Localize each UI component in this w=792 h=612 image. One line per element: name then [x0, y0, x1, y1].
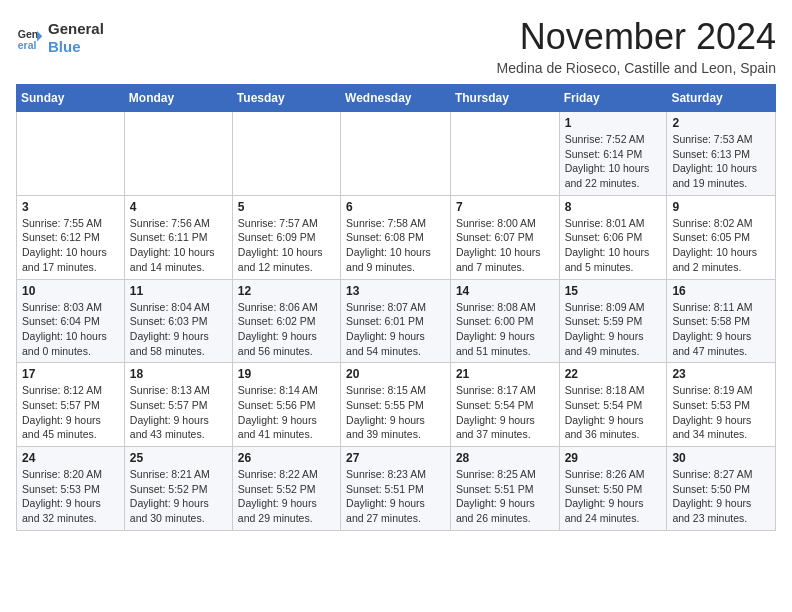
day-info: Sunrise: 8:18 AM Sunset: 5:54 PM Dayligh… [565, 383, 662, 442]
day-info: Sunrise: 8:25 AM Sunset: 5:51 PM Dayligh… [456, 467, 554, 526]
logo-text: General Blue [48, 20, 104, 56]
day-number: 3 [22, 200, 119, 214]
day-info: Sunrise: 8:17 AM Sunset: 5:54 PM Dayligh… [456, 383, 554, 442]
calendar-cell: 7Sunrise: 8:00 AM Sunset: 6:07 PM Daylig… [450, 195, 559, 279]
day-info: Sunrise: 7:55 AM Sunset: 6:12 PM Dayligh… [22, 216, 119, 275]
weekday-header-thursday: Thursday [450, 85, 559, 112]
day-info: Sunrise: 8:13 AM Sunset: 5:57 PM Dayligh… [130, 383, 227, 442]
weekday-header-sunday: Sunday [17, 85, 125, 112]
day-number: 6 [346, 200, 445, 214]
day-info: Sunrise: 8:08 AM Sunset: 6:00 PM Dayligh… [456, 300, 554, 359]
calendar-cell: 28Sunrise: 8:25 AM Sunset: 5:51 PM Dayli… [450, 447, 559, 531]
day-number: 8 [565, 200, 662, 214]
day-number: 10 [22, 284, 119, 298]
calendar-cell: 26Sunrise: 8:22 AM Sunset: 5:52 PM Dayli… [232, 447, 340, 531]
calendar-cell: 12Sunrise: 8:06 AM Sunset: 6:02 PM Dayli… [232, 279, 340, 363]
day-number: 12 [238, 284, 335, 298]
svg-text:eral: eral [18, 39, 37, 51]
day-info: Sunrise: 8:02 AM Sunset: 6:05 PM Dayligh… [672, 216, 770, 275]
calendar-cell: 29Sunrise: 8:26 AM Sunset: 5:50 PM Dayli… [559, 447, 667, 531]
day-number: 1 [565, 116, 662, 130]
day-info: Sunrise: 8:22 AM Sunset: 5:52 PM Dayligh… [238, 467, 335, 526]
weekday-header-saturday: Saturday [667, 85, 776, 112]
calendar-cell: 1Sunrise: 7:52 AM Sunset: 6:14 PM Daylig… [559, 112, 667, 196]
day-number: 17 [22, 367, 119, 381]
calendar-cell: 3Sunrise: 7:55 AM Sunset: 6:12 PM Daylig… [17, 195, 125, 279]
calendar-cell [124, 112, 232, 196]
calendar-cell: 16Sunrise: 8:11 AM Sunset: 5:58 PM Dayli… [667, 279, 776, 363]
day-info: Sunrise: 8:27 AM Sunset: 5:50 PM Dayligh… [672, 467, 770, 526]
day-number: 19 [238, 367, 335, 381]
calendar-cell: 27Sunrise: 8:23 AM Sunset: 5:51 PM Dayli… [341, 447, 451, 531]
weekday-header-tuesday: Tuesday [232, 85, 340, 112]
day-info: Sunrise: 8:03 AM Sunset: 6:04 PM Dayligh… [22, 300, 119, 359]
month-title: November 2024 [497, 16, 776, 58]
week-row-3: 10Sunrise: 8:03 AM Sunset: 6:04 PM Dayli… [17, 279, 776, 363]
calendar-cell: 21Sunrise: 8:17 AM Sunset: 5:54 PM Dayli… [450, 363, 559, 447]
calendar-cell: 9Sunrise: 8:02 AM Sunset: 6:05 PM Daylig… [667, 195, 776, 279]
day-number: 22 [565, 367, 662, 381]
calendar-cell: 5Sunrise: 7:57 AM Sunset: 6:09 PM Daylig… [232, 195, 340, 279]
calendar-cell: 22Sunrise: 8:18 AM Sunset: 5:54 PM Dayli… [559, 363, 667, 447]
calendar-cell [232, 112, 340, 196]
week-row-2: 3Sunrise: 7:55 AM Sunset: 6:12 PM Daylig… [17, 195, 776, 279]
day-info: Sunrise: 8:06 AM Sunset: 6:02 PM Dayligh… [238, 300, 335, 359]
calendar-cell: 10Sunrise: 8:03 AM Sunset: 6:04 PM Dayli… [17, 279, 125, 363]
day-number: 20 [346, 367, 445, 381]
day-info: Sunrise: 7:57 AM Sunset: 6:09 PM Dayligh… [238, 216, 335, 275]
day-info: Sunrise: 7:58 AM Sunset: 6:08 PM Dayligh… [346, 216, 445, 275]
calendar-cell: 30Sunrise: 8:27 AM Sunset: 5:50 PM Dayli… [667, 447, 776, 531]
day-number: 27 [346, 451, 445, 465]
day-number: 29 [565, 451, 662, 465]
calendar-cell: 23Sunrise: 8:19 AM Sunset: 5:53 PM Dayli… [667, 363, 776, 447]
day-number: 13 [346, 284, 445, 298]
calendar-cell: 11Sunrise: 8:04 AM Sunset: 6:03 PM Dayli… [124, 279, 232, 363]
day-number: 9 [672, 200, 770, 214]
day-info: Sunrise: 8:01 AM Sunset: 6:06 PM Dayligh… [565, 216, 662, 275]
weekday-header-wednesday: Wednesday [341, 85, 451, 112]
day-number: 21 [456, 367, 554, 381]
title-area: November 2024 Medina de Rioseco, Castill… [497, 16, 776, 76]
day-number: 4 [130, 200, 227, 214]
calendar-cell: 25Sunrise: 8:21 AM Sunset: 5:52 PM Dayli… [124, 447, 232, 531]
svg-marker-2 [37, 31, 42, 42]
location-title: Medina de Rioseco, Castille and Leon, Sp… [497, 60, 776, 76]
day-number: 23 [672, 367, 770, 381]
header: Gen eral General Blue November 2024 Medi… [16, 16, 776, 76]
logo-line1: General [48, 20, 104, 38]
day-number: 18 [130, 367, 227, 381]
day-info: Sunrise: 8:09 AM Sunset: 5:59 PM Dayligh… [565, 300, 662, 359]
calendar-cell: 2Sunrise: 7:53 AM Sunset: 6:13 PM Daylig… [667, 112, 776, 196]
calendar-cell: 24Sunrise: 8:20 AM Sunset: 5:53 PM Dayli… [17, 447, 125, 531]
day-number: 15 [565, 284, 662, 298]
day-info: Sunrise: 8:07 AM Sunset: 6:01 PM Dayligh… [346, 300, 445, 359]
day-number: 25 [130, 451, 227, 465]
day-info: Sunrise: 8:26 AM Sunset: 5:50 PM Dayligh… [565, 467, 662, 526]
day-number: 16 [672, 284, 770, 298]
day-info: Sunrise: 8:12 AM Sunset: 5:57 PM Dayligh… [22, 383, 119, 442]
calendar-cell: 14Sunrise: 8:08 AM Sunset: 6:00 PM Dayli… [450, 279, 559, 363]
week-row-5: 24Sunrise: 8:20 AM Sunset: 5:53 PM Dayli… [17, 447, 776, 531]
day-info: Sunrise: 8:11 AM Sunset: 5:58 PM Dayligh… [672, 300, 770, 359]
logo-line2: Blue [48, 38, 81, 55]
calendar-table: SundayMondayTuesdayWednesdayThursdayFrid… [16, 84, 776, 531]
day-info: Sunrise: 8:00 AM Sunset: 6:07 PM Dayligh… [456, 216, 554, 275]
day-info: Sunrise: 7:52 AM Sunset: 6:14 PM Dayligh… [565, 132, 662, 191]
day-number: 14 [456, 284, 554, 298]
day-info: Sunrise: 8:04 AM Sunset: 6:03 PM Dayligh… [130, 300, 227, 359]
day-number: 30 [672, 451, 770, 465]
logo-icon: Gen eral [16, 24, 44, 52]
calendar-cell [17, 112, 125, 196]
day-number: 26 [238, 451, 335, 465]
calendar-cell [450, 112, 559, 196]
day-number: 7 [456, 200, 554, 214]
day-info: Sunrise: 8:20 AM Sunset: 5:53 PM Dayligh… [22, 467, 119, 526]
calendar-cell: 19Sunrise: 8:14 AM Sunset: 5:56 PM Dayli… [232, 363, 340, 447]
day-number: 11 [130, 284, 227, 298]
day-number: 5 [238, 200, 335, 214]
day-number: 28 [456, 451, 554, 465]
day-info: Sunrise: 7:53 AM Sunset: 6:13 PM Dayligh… [672, 132, 770, 191]
weekday-header-friday: Friday [559, 85, 667, 112]
calendar-cell: 8Sunrise: 8:01 AM Sunset: 6:06 PM Daylig… [559, 195, 667, 279]
week-row-4: 17Sunrise: 8:12 AM Sunset: 5:57 PM Dayli… [17, 363, 776, 447]
